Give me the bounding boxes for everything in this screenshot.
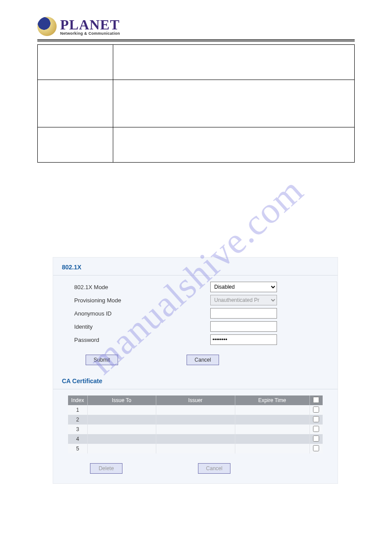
logo-bar: PLANET Networking & Communication bbox=[37, 17, 355, 36]
table-row: 1 bbox=[68, 405, 323, 415]
table-header-row: Index Issue To Issuer Expire Time bbox=[68, 395, 323, 405]
label-anonymous-id: Anonymous ID bbox=[74, 310, 210, 317]
section-divider-2 bbox=[53, 389, 338, 389]
cell-issue-to bbox=[87, 444, 156, 453]
cell-issuer bbox=[156, 434, 235, 444]
label-identity: Identity bbox=[74, 323, 210, 330]
cell-issuer bbox=[156, 444, 235, 453]
button-row-1: Submit Cancel bbox=[53, 355, 338, 365]
cell-expire bbox=[235, 444, 309, 453]
cell-index: 1 bbox=[68, 405, 87, 415]
row-8021x-mode: 802.1X Mode Disabled bbox=[74, 282, 338, 292]
table-row: 2 bbox=[68, 415, 323, 424]
cancel-button-2[interactable]: Cancel bbox=[198, 463, 230, 474]
logo-subtitle: Networking & Communication bbox=[60, 32, 120, 36]
row-identity: Identity bbox=[74, 321, 338, 332]
row-provisioning: Provisioning Mode Unauthenticated Pr bbox=[74, 295, 338, 305]
ca-cert-table: Index Issue To Issuer Expire Time 1 2 bbox=[68, 395, 323, 453]
row-checkbox[interactable] bbox=[313, 445, 319, 451]
input-identity[interactable] bbox=[210, 321, 277, 332]
section-title-ca: CA Certificate bbox=[53, 371, 338, 389]
col-checkbox bbox=[309, 395, 323, 405]
cell-checkbox bbox=[309, 415, 323, 424]
row-password: Password bbox=[74, 334, 338, 345]
table-row: 5 bbox=[68, 444, 323, 453]
checkbox-all[interactable] bbox=[313, 397, 319, 403]
row-checkbox[interactable] bbox=[313, 416, 319, 422]
empty-table bbox=[37, 44, 355, 163]
table-cell bbox=[113, 80, 355, 127]
row-checkbox[interactable] bbox=[313, 435, 319, 442]
input-anonymous-id[interactable] bbox=[210, 308, 277, 319]
cell-checkbox bbox=[309, 405, 323, 415]
header-rule-thin bbox=[37, 41, 355, 42]
cell-expire bbox=[235, 424, 309, 434]
table-cell bbox=[38, 127, 113, 163]
planet-logo-icon bbox=[37, 17, 57, 36]
table-cell bbox=[38, 45, 113, 80]
cell-index: 5 bbox=[68, 444, 87, 453]
section-title-8021x: 802.1X bbox=[53, 258, 338, 275]
table-row: 3 bbox=[68, 424, 323, 434]
cell-expire bbox=[235, 405, 309, 415]
logo-title: PLANET bbox=[60, 18, 120, 32]
cell-issue-to bbox=[87, 415, 156, 424]
cell-issuer bbox=[156, 405, 235, 415]
cell-checkbox bbox=[309, 444, 323, 453]
config-panel: 802.1X 802.1X Mode Disabled Provisioning… bbox=[53, 257, 338, 484]
cell-issuer bbox=[156, 415, 235, 424]
cell-checkbox bbox=[309, 434, 323, 444]
cell-issue-to bbox=[87, 434, 156, 444]
label-provisioning: Provisioning Mode bbox=[74, 297, 210, 304]
cell-index: 4 bbox=[68, 434, 87, 444]
cell-issuer bbox=[156, 424, 235, 434]
label-password: Password bbox=[74, 337, 210, 343]
cell-expire bbox=[235, 415, 309, 424]
col-expire-time: Expire Time bbox=[235, 395, 309, 405]
cell-index: 2 bbox=[68, 415, 87, 424]
cell-expire bbox=[235, 434, 309, 444]
select-provisioning: Unauthenticated Pr bbox=[210, 295, 277, 305]
submit-button[interactable]: Submit bbox=[86, 355, 118, 365]
header-rule-thick bbox=[37, 40, 355, 40]
cell-index: 3 bbox=[68, 424, 87, 434]
delete-button[interactable]: Delete bbox=[90, 463, 122, 474]
button-row-2: Delete Cancel bbox=[53, 463, 338, 474]
cell-issue-to bbox=[87, 405, 156, 415]
col-index: Index bbox=[68, 395, 87, 405]
cell-issue-to bbox=[87, 424, 156, 434]
table-cell bbox=[113, 45, 355, 80]
table-cell bbox=[113, 127, 355, 163]
col-issue-to: Issue To bbox=[87, 395, 156, 405]
cell-checkbox bbox=[309, 424, 323, 434]
label-8021x-mode: 802.1X Mode bbox=[74, 284, 210, 290]
row-anonymous-id: Anonymous ID bbox=[74, 308, 338, 319]
section-divider bbox=[53, 275, 338, 276]
table-row: 4 bbox=[68, 434, 323, 444]
input-password[interactable] bbox=[210, 334, 277, 345]
row-checkbox[interactable] bbox=[313, 406, 319, 413]
row-checkbox[interactable] bbox=[313, 426, 319, 432]
table-cell bbox=[38, 80, 113, 127]
cancel-button[interactable]: Cancel bbox=[187, 355, 219, 365]
select-8021x-mode[interactable]: Disabled bbox=[210, 282, 277, 292]
col-issuer: Issuer bbox=[156, 395, 235, 405]
